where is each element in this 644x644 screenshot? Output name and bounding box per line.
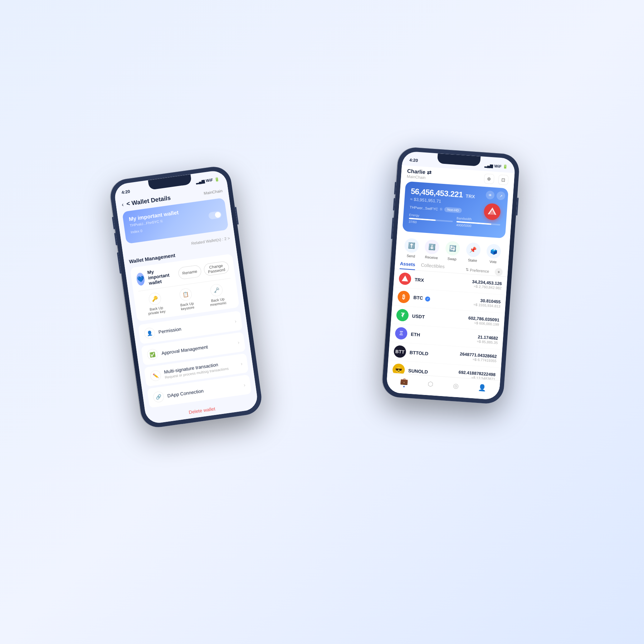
nav-discover[interactable]: ◎ [453, 382, 459, 390]
change-password-button[interactable]: Change Password [203, 260, 229, 276]
vote-icon: 🗳️ [486, 244, 502, 259]
backup-mnemonic[interactable]: 🗝️ Back Up mnemonic [205, 283, 229, 307]
preference-icon: ⇅ [465, 267, 469, 272]
chain-label: MainChain [204, 189, 223, 195]
status-icons-left: ▂▄▆ WiF 🔋 [196, 176, 220, 184]
header-action-icons: ⊕ ⊡ [484, 174, 509, 185]
vote-action[interactable]: 🗳️ Vote [486, 244, 502, 264]
backup-label-keystore: Back Up keystore [176, 301, 198, 312]
user-info: Charlie ⇄ MainChain [407, 168, 432, 180]
non-hd-badge: Non-HD [444, 207, 462, 213]
right-phone-screen: 4:20 ▂▄▆ WiF 🔋 Charlie ⇄ MainChain ⊕ [386, 151, 516, 400]
wifi-icon-r: WiF [494, 164, 502, 169]
expand-icon[interactable]: ↗ [496, 191, 506, 200]
vol-up-button [112, 217, 115, 229]
asset-list: TRX 34,234,453.126 ≈$ 2,760,842.982 ₿ BT… [387, 269, 508, 386]
silent-button [117, 252, 121, 274]
btt-amounts: 2648771.04328662 ≈$ 6.77419355 [459, 351, 497, 363]
right-phone-content: Charlie ⇄ MainChain ⊕ ⊡ 👁 ↗ 56,45 [386, 165, 515, 400]
nav-assets[interactable]: 💼 [400, 377, 408, 387]
left-phone-screen: 4:20 ▂▄▆ WiF 🔋 ‹ < Wallet Details MainCh… [113, 169, 259, 424]
btc-amounts: 30.810455 ≈$ 1555,934.813 [473, 297, 501, 308]
scene: 4:20 ▂▄▆ WiF 🔋 ‹ < Wallet Details MainCh… [125, 143, 519, 501]
trx-icon [399, 272, 411, 285]
usdt-amounts: 602,786.035091 ≈$ 606,000.199 [468, 315, 499, 326]
usdt-symbol: USDT [412, 313, 425, 319]
multisig-icon: ✏️ [150, 370, 162, 382]
send-action[interactable]: ⬆️ Send [404, 238, 419, 259]
btc-icon: ₿ [397, 291, 410, 303]
signal-icon: ▂▄▆ [196, 179, 205, 184]
nav-assets-icon: 💼 [400, 377, 408, 385]
vote-label: Vote [489, 259, 497, 264]
eth-symbol: ETH [411, 331, 420, 337]
dapp-text: DApp Connection [167, 383, 240, 398]
dapp-arrow: › [243, 382, 246, 387]
receive-action[interactable]: ⬇️ Receive [424, 239, 440, 260]
swap-action[interactable]: 🔄 Swap [445, 241, 460, 262]
dapp-icon: 🔗 [152, 391, 165, 403]
permission-arrow: › [234, 318, 237, 324]
nav-market[interactable]: ⬡ [427, 380, 433, 388]
receive-icon: ⬇️ [424, 239, 440, 255]
tab-assets[interactable]: Assets [400, 261, 415, 270]
btc-symbol: BTC ✓ [413, 295, 430, 302]
add-wallet-button[interactable]: ⊕ [484, 174, 494, 184]
keystore-icon: 📋 [179, 288, 192, 301]
approval-icon: ✅ [146, 348, 158, 361]
energy-resource: Energy 37/60 [409, 213, 453, 226]
permission-icon: 👤 [143, 327, 156, 339]
rename-button[interactable]: Rename [177, 264, 202, 280]
approval-title: Approval Management [161, 340, 234, 356]
eye-icon[interactable]: 👁 [486, 190, 495, 200]
dapp-title: DApp Connection [167, 383, 240, 398]
sun-symbol: SUNOLD [408, 368, 428, 375]
eth-amounts: 21.174682 ≈$ 85,885.35 [477, 334, 498, 345]
approval-arrow: › [237, 340, 240, 345]
battery-icon: 🔋 [214, 176, 220, 182]
stake-icon: 📌 [465, 242, 481, 258]
back-button[interactable]: ‹ [121, 201, 124, 208]
preference-button[interactable]: ⇅ Preference [465, 267, 489, 274]
backup-private-key[interactable]: 🔑 Back Up private key [143, 291, 168, 316]
copy-icon[interactable]: ⎘ [160, 219, 163, 223]
status-time-left: 4:20 [121, 189, 131, 195]
swap-label: Swap [447, 257, 457, 261]
btt-symbol: BTTOLD [409, 350, 428, 356]
send-icon: ⬆️ [404, 238, 419, 253]
backup-label-mnemonic: Back Up mnemonic [207, 297, 229, 307]
btt-icon: BTT [394, 345, 406, 358]
usdt-icon: ₮ [396, 309, 409, 322]
swap-icon: 🔄 [445, 241, 460, 256]
balance-card-icons: 👁 ↗ [486, 190, 506, 200]
status-icons-right: ▂▄▆ WiF 🔋 [484, 163, 508, 169]
battery-icon-r: 🔋 [503, 164, 508, 169]
backup-label-private: Back Up private key [146, 305, 168, 316]
balance-address: THPwer...5wtFYC [410, 205, 438, 211]
phone-left: 4:20 ▂▄▆ WiF 🔋 ‹ < Wallet Details MainCh… [108, 165, 264, 430]
tron-decoration [483, 203, 502, 222]
vol-up-button-r [394, 182, 396, 194]
nav-assets-dot [403, 386, 404, 387]
vol-down-button [114, 233, 117, 245]
tab-collectibles[interactable]: Collectibles [420, 262, 445, 272]
send-label: Send [406, 254, 415, 258]
permission-title: Permission [158, 319, 231, 335]
silent-button-r [391, 218, 394, 239]
nav-profile[interactable]: 👤 [478, 384, 486, 392]
add-asset-button[interactable]: + [494, 268, 503, 276]
signal-icon-r: ▂▄▆ [484, 163, 493, 168]
backup-keystore[interactable]: 📋 Back Up keystore [174, 287, 199, 312]
stake-action[interactable]: 📌 Stake [465, 242, 481, 263]
eth-icon: Ξ [395, 327, 408, 340]
power-button-r [516, 197, 518, 215]
copy-icon-balance[interactable]: ⎘ [440, 207, 443, 211]
btc-verified-badge: ✓ [425, 296, 430, 302]
multisig-text: Multi-signature transaction Request or p… [164, 359, 238, 379]
nav-discover-icon: ◎ [453, 382, 459, 390]
phone-right: 4:20 ▂▄▆ WiF 🔋 Charlie ⇄ MainChain ⊕ [381, 146, 520, 405]
approval-text: Approval Management [161, 340, 234, 356]
mnemonic-icon: 🗝️ [210, 283, 223, 297]
mgmt-buttons: Rename Change Password [177, 260, 229, 279]
scan-button[interactable]: ⊡ [498, 175, 509, 185]
